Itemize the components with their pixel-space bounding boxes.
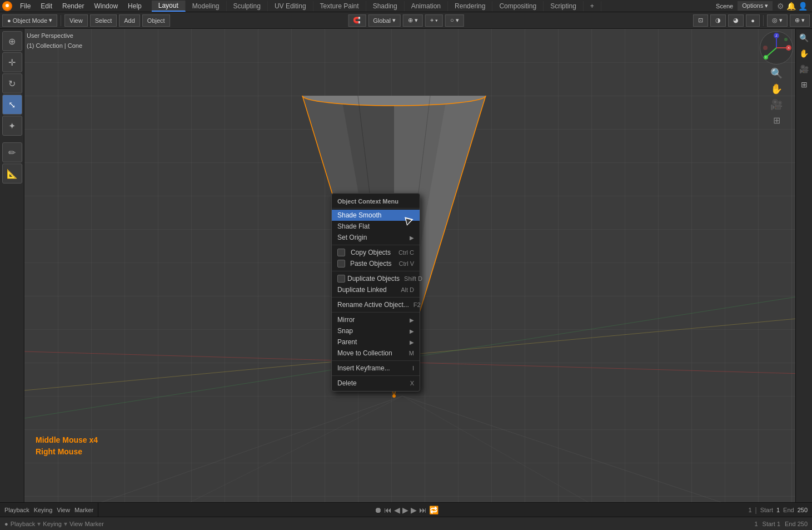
separator-1 xyxy=(61,15,61,26)
tab-rendering[interactable]: Rendering xyxy=(448,1,492,11)
tool-transform[interactable]: ✦ xyxy=(2,116,22,136)
move-collection-shortcut: M xyxy=(409,350,414,356)
top-menubar-left: File Edit Render Window Help xyxy=(0,1,146,11)
jump-start-btn[interactable]: ⏮ xyxy=(384,506,392,514)
menu-item-duplicate-linked[interactable]: Duplicate Linked Alt D xyxy=(332,284,420,295)
delete-shortcut: X xyxy=(410,380,414,387)
menu-help[interactable]: Help xyxy=(123,1,146,11)
tab-shading[interactable]: Shading xyxy=(366,1,405,11)
tool-cursor[interactable]: ⊕ xyxy=(2,31,22,51)
menu-render[interactable]: Render xyxy=(58,1,88,11)
copy-shortcut: Ctrl C xyxy=(398,249,414,256)
playback-label-bottom[interactable]: Playback xyxy=(11,521,36,527)
record-btn[interactable]: ⏺ xyxy=(374,506,382,514)
menu-item-shade-flat[interactable]: Shade Flat xyxy=(332,221,420,232)
global-label: Global xyxy=(373,17,391,24)
menu-item-snap[interactable]: Snap ▶ xyxy=(332,325,420,336)
menu-item-insert-keyframe[interactable]: Insert Keyframe... I xyxy=(332,363,420,374)
viewport-indicator[interactable]: ● xyxy=(4,521,8,527)
frame-sep: | xyxy=(755,506,757,514)
menu-file[interactable]: File xyxy=(16,1,35,11)
snap-btn[interactable]: 🧲 xyxy=(348,14,366,27)
viewport[interactable]: User Perspective (1) Collection | Cone Z… xyxy=(24,29,795,502)
menu-window[interactable]: Window xyxy=(89,1,122,11)
mode-dropdown[interactable]: ● Object Mode ▾ xyxy=(2,14,57,27)
proportional-edit[interactable]: ○ ▾ xyxy=(445,14,464,27)
blender-logo[interactable] xyxy=(2,1,12,11)
next-frame-btn[interactable]: ▶ xyxy=(411,506,417,514)
tab-uv-editing[interactable]: UV Editing xyxy=(268,1,313,11)
add-menu[interactable]: Add xyxy=(119,14,140,27)
marker-label-bottom[interactable]: Marker xyxy=(85,521,104,527)
snap-options[interactable]: ⌖ ▾ xyxy=(425,14,443,27)
menu-item-duplicate-objects[interactable]: Duplicate Objects Shift D xyxy=(332,273,420,284)
rename-label: Rename Active Object... xyxy=(337,301,409,309)
camera-btn[interactable]: 🎥 xyxy=(770,98,783,111)
right-tool-2[interactable]: ✋ xyxy=(798,47,811,60)
end-value[interactable]: 250 xyxy=(798,507,808,513)
tool-scale[interactable]: ⤡ xyxy=(2,95,22,115)
global-dropdown[interactable]: Global ▾ xyxy=(368,14,401,27)
tool-annotate[interactable]: ✏ xyxy=(2,142,22,162)
menu-item-delete[interactable]: Delete X xyxy=(332,378,420,389)
mirror-arrow: ▶ xyxy=(410,317,414,323)
tab-add[interactable]: + xyxy=(584,1,601,11)
tab-texture-paint[interactable]: Texture Paint xyxy=(313,1,366,11)
viewport-shading-render[interactable]: ● xyxy=(746,14,760,27)
viewport-shading-material[interactable]: ◕ xyxy=(728,14,744,27)
overlay-btn[interactable]: ◎ ▾ xyxy=(767,14,788,27)
orientation-gizmo[interactable]: Z X Y xyxy=(760,31,793,65)
insert-keyframe-label: Insert Keyframe... xyxy=(337,364,390,372)
zoom-in-btn[interactable]: 🔍 xyxy=(770,67,783,80)
loop-btn[interactable]: 🔁 xyxy=(429,506,439,514)
view-label[interactable]: View xyxy=(57,507,70,513)
view-menu[interactable]: View xyxy=(64,14,88,27)
tool-measure[interactable]: 📐 xyxy=(2,164,22,184)
frame-num[interactable]: 1 xyxy=(754,521,758,527)
view-label-bottom[interactable]: View xyxy=(69,521,83,527)
pan-btn[interactable]: ✋ xyxy=(770,82,783,96)
menu-item-paste-objects[interactable]: Paste Objects Ctrl V xyxy=(332,258,420,269)
prev-frame-btn[interactable]: ◀ xyxy=(394,506,400,514)
menu-item-shade-smooth[interactable]: Shade Smooth xyxy=(332,210,420,221)
menu-item-parent[interactable]: Parent ▶ xyxy=(332,336,420,348)
menu-item-rename[interactable]: Rename Active Object... F2 xyxy=(332,299,420,310)
parent-arrow: ▶ xyxy=(410,339,414,345)
start-value[interactable]: 1 xyxy=(776,507,780,513)
viewport-shading-wire[interactable]: ⊡ xyxy=(693,14,708,27)
viewport-shading-solid[interactable]: ◑ xyxy=(710,14,726,27)
object-menu[interactable]: Object xyxy=(142,14,170,27)
tab-layout[interactable]: Layout xyxy=(152,1,186,12)
duplicate-linked-label: Duplicate Linked xyxy=(337,286,387,294)
select-menu[interactable]: Select xyxy=(90,14,117,27)
tab-animation[interactable]: Animation xyxy=(405,1,448,11)
menu-edit[interactable]: Edit xyxy=(36,1,57,11)
options-button[interactable]: Options ▾ xyxy=(738,1,773,11)
keying-label-bottom[interactable]: Keying xyxy=(43,521,62,527)
tool-move[interactable]: ✛ xyxy=(2,52,22,72)
duplicate-label: Duplicate Objects xyxy=(347,275,400,283)
tab-modeling[interactable]: Modeling xyxy=(186,1,227,11)
tab-scripting[interactable]: Scripting xyxy=(544,1,584,11)
play-btn[interactable]: ▶ xyxy=(402,506,409,514)
menu-item-copy-objects[interactable]: Copy Objects Ctrl C xyxy=(332,247,420,258)
menu-item-move-collection[interactable]: Move to Collection M xyxy=(332,348,420,359)
right-tool-4[interactable]: ⊞ xyxy=(798,78,811,91)
grid-btn[interactable]: ⊞ xyxy=(770,113,783,127)
jump-end-btn[interactable]: ⏭ xyxy=(419,506,427,514)
marker-label[interactable]: Marker xyxy=(74,507,93,513)
transform-pivot[interactable]: ⊕ ▾ xyxy=(403,14,423,27)
duplicate-icon xyxy=(337,275,345,283)
menu-item-set-origin[interactable]: Set Origin ▶ xyxy=(332,232,420,243)
menu-item-mirror[interactable]: Mirror ▶ xyxy=(332,314,420,325)
tab-sculpting[interactable]: Sculpting xyxy=(227,1,268,11)
playback-buttons: ⏺ ⏮ ◀ ▶ ▶ ⏭ 🔁 xyxy=(374,506,439,514)
mode-label: Object Mode xyxy=(13,17,47,24)
tool-rotate[interactable]: ↻ xyxy=(2,73,22,93)
right-tool-3[interactable]: 🎥 xyxy=(798,62,811,76)
playback-label[interactable]: Playback xyxy=(4,507,29,513)
tab-compositing[interactable]: Compositing xyxy=(492,1,544,11)
keying-label[interactable]: Keying xyxy=(34,507,53,513)
right-tool-1[interactable]: 🔍 xyxy=(798,31,811,44)
gizmo-btn[interactable]: ⊕ ▾ xyxy=(790,14,810,27)
